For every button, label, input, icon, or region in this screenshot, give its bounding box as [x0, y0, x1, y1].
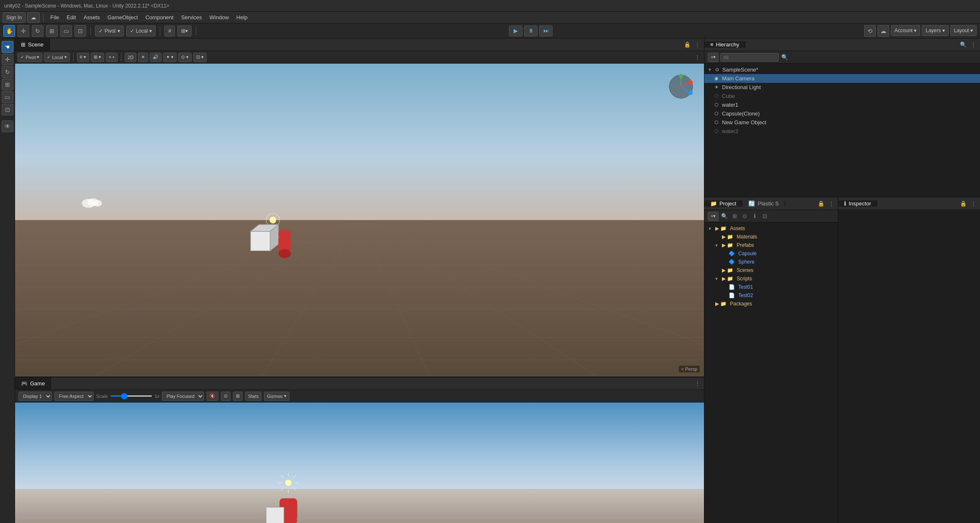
scene-lock-btn[interactable]: 🔒: [683, 41, 691, 49]
proj-arrow-assets[interactable]: ▼: [708, 226, 712, 231]
rotate-tool[interactable]: ↻: [2, 66, 13, 78]
add-hierarchy-btn[interactable]: +▾: [708, 53, 719, 62]
menu-item-window[interactable]: Window: [206, 13, 232, 21]
menu-item-help[interactable]: Help: [233, 13, 251, 21]
mute-button[interactable]: 🔇: [207, 392, 218, 401]
scale-slider[interactable]: [110, 395, 152, 397]
hierarchy-tab[interactable]: ≡ Hierarchy: [704, 41, 745, 48]
scene-fx-btn[interactable]: ✦ ▾: [163, 53, 177, 62]
hierarchy-search[interactable]: [720, 53, 779, 62]
proj-arrow-scripts[interactable]: ▼: [714, 277, 719, 281]
gizmos-button[interactable]: Gizmos ▾: [264, 392, 289, 401]
game-aspect-select[interactable]: Free Aspect: [54, 392, 94, 401]
menu-item-services[interactable]: Services: [178, 13, 205, 21]
inspector-tab[interactable]: ℹ Inspector: [838, 200, 877, 207]
pivot-button[interactable]: ✓ Pivot ▾: [95, 26, 124, 36]
search-filters[interactable]: ⌖ ▾: [106, 53, 118, 62]
scene-light-btn[interactable]: ☀: [138, 53, 148, 62]
rotate-tool-button[interactable]: ↻: [32, 25, 43, 37]
step-button[interactable]: ⏭: [539, 26, 553, 36]
vsync-button[interactable]: ⊙: [221, 392, 230, 401]
debug-button[interactable]: ⊞: [233, 392, 243, 401]
collab-button[interactable]: ⟲: [864, 25, 876, 37]
scale-tool[interactable]: ⊞: [2, 79, 13, 90]
hand-tool[interactable]: ☚: [2, 41, 13, 53]
scene-tab[interactable]: ⊞ Scene: [15, 38, 50, 51]
game-viewport[interactable]: [15, 403, 704, 523]
scene-2d-btn[interactable]: 2D: [125, 53, 136, 62]
proj-item-sphere[interactable]: 🔷Sphere: [704, 258, 838, 266]
plastic-tab[interactable]: 🔄 Plastic S: [742, 200, 785, 207]
project-filter2-btn[interactable]: ⊙: [740, 212, 749, 220]
snap-settings[interactable]: ⊞ ▾: [91, 53, 104, 62]
hier-item-sample-scene[interactable]: ▼⊙SampleScene*: [704, 65, 980, 74]
hierarchy-filter-btn[interactable]: 🔍: [780, 53, 789, 62]
menu-item-file[interactable]: File: [47, 13, 62, 21]
project-filter1-btn[interactable]: ⊞: [730, 212, 739, 220]
cloud-button[interactable]: ☁: [27, 12, 40, 23]
game-menu-btn[interactable]: ⋮: [693, 379, 701, 388]
pause-button[interactable]: ⏸: [524, 26, 537, 36]
hier-item-directional-light[interactable]: ☀Directional Light: [704, 83, 980, 92]
layout-button[interactable]: Layout ▾: [950, 25, 977, 36]
proj-item-test01[interactable]: 📄Test01: [704, 283, 838, 291]
proj-item-scripts[interactable]: ▼▶ 📁Scripts: [704, 274, 838, 283]
game-tab[interactable]: 🎮 Game: [15, 377, 51, 390]
menu-item-gameobject[interactable]: GameObject: [104, 13, 141, 21]
menu-item-edit[interactable]: Edit: [63, 13, 79, 21]
project-extra-btn[interactable]: ⊡: [760, 212, 769, 220]
hier-item-cube[interactable]: ⬡Cube: [704, 92, 980, 100]
custom-tool[interactable]: ⊡: [2, 104, 13, 115]
inspector-menu-btn[interactable]: ⋮: [969, 200, 977, 208]
menu-item-component[interactable]: Component: [142, 13, 177, 21]
proj-arrow-prefabs[interactable]: ▼: [714, 243, 719, 248]
inspector-lock-btn[interactable]: 🔒: [959, 200, 967, 208]
stats-button[interactable]: Stats: [245, 392, 261, 401]
scene-menu-btn[interactable]: ⋮: [693, 41, 701, 49]
snap-grid[interactable]: # ▾: [77, 53, 89, 62]
rect-tool-button[interactable]: ▭: [60, 25, 72, 37]
proj-item-scenes[interactable]: ▶ 📁Scenes: [704, 266, 838, 274]
scene-panel-menu[interactable]: ⋮: [693, 53, 701, 62]
proj-item-packages[interactable]: ▶ 📁Packages: [704, 300, 838, 308]
proj-item-assets[interactable]: ▼▶ 📁Assets: [704, 224, 838, 233]
scene-viewport[interactable]: y x z ≡: [15, 64, 704, 377]
gizmo-widget[interactable]: y x z: [666, 72, 696, 101]
project-tab[interactable]: 📁 Project: [704, 200, 742, 207]
project-menu-btn[interactable]: ⋮: [827, 200, 835, 208]
pivot-toggle[interactable]: ✓Pivot▾: [18, 53, 42, 62]
sign-in-button[interactable]: Sign In: [3, 12, 26, 23]
transform-tool-button[interactable]: ⊡: [74, 25, 86, 37]
snap-button[interactable]: ⊞▾: [177, 26, 192, 36]
proj-item-capsule[interactable]: 🔷Capsule: [704, 249, 838, 258]
scene-audio-btn[interactable]: 🔊: [150, 53, 161, 62]
proj-item-materials[interactable]: ▶ 📁Materials: [704, 233, 838, 241]
proj-item-test02[interactable]: 📄Test02: [704, 291, 838, 300]
local-button[interactable]: ✓ Local ▾: [126, 26, 156, 36]
project-info-btn[interactable]: ℹ: [750, 212, 759, 220]
scene-options-btn[interactable]: ≡: [697, 67, 701, 73]
cloud-build-button[interactable]: ☁: [878, 25, 889, 37]
add-project-btn[interactable]: +▾: [708, 212, 719, 221]
view-tool[interactable]: 👁: [2, 120, 13, 132]
hierarchy-search-btn[interactable]: 🔍: [959, 41, 967, 49]
account-button[interactable]: Account ▾: [891, 25, 921, 36]
project-lock-btn[interactable]: 🔒: [817, 200, 825, 208]
grid-button[interactable]: #: [164, 26, 175, 36]
hier-item-water2[interactable]: ⬡water2: [704, 127, 980, 136]
hierarchy-menu-btn[interactable]: ⋮: [969, 41, 977, 49]
game-display-select[interactable]: Display 1: [18, 392, 52, 401]
hier-item-main-camera[interactable]: ◉Main Camera: [704, 74, 980, 83]
scene-hidden-btn[interactable]: ⊙ ▾: [178, 53, 192, 62]
local-toggle[interactable]: ✓Local▾: [44, 53, 69, 62]
hier-item-water1[interactable]: ⬡water1: [704, 100, 980, 109]
move-tool[interactable]: ✛: [2, 54, 13, 65]
rect-tool[interactable]: ▭: [2, 91, 13, 103]
expand-arrow-sample-scene[interactable]: ▼: [708, 67, 712, 72]
scene-gizmo-btn[interactable]: ⊡ ▾: [193, 53, 207, 62]
project-search-btn[interactable]: 🔍: [720, 212, 729, 220]
layers-button[interactable]: Layers ▾: [922, 25, 948, 36]
menu-item-assets[interactable]: Assets: [80, 13, 103, 21]
scale-tool-button[interactable]: ⊞: [46, 25, 58, 37]
proj-item-prefabs[interactable]: ▼▶ 📁Prefabs: [704, 241, 838, 249]
